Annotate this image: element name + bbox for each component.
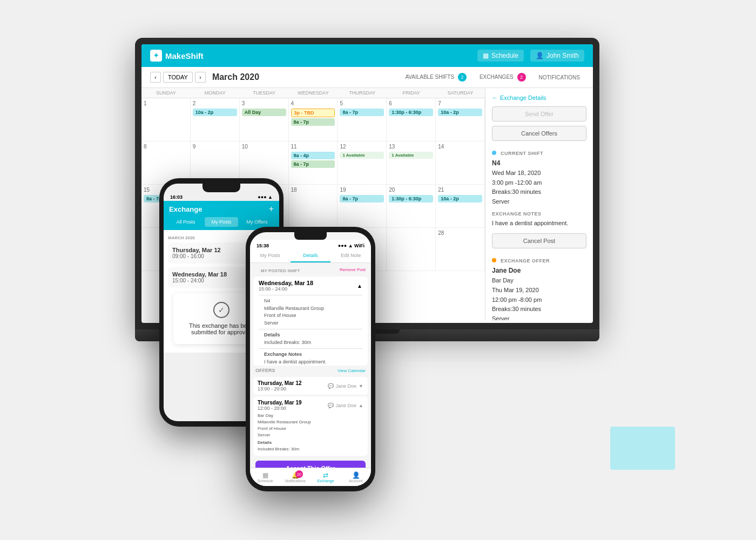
p2-nav-exchange[interactable]: ⇄ Exchange xyxy=(310,470,341,484)
send-offer-button[interactable]: Send Offer xyxy=(492,106,586,122)
remove-post-button[interactable]: Remove Post xyxy=(340,267,366,272)
p2-offer2[interactable]: Thursday, Mar 19 12:00 - 20:00 💬 Jane Do… xyxy=(253,396,368,456)
app-name: MakeShift xyxy=(165,51,204,60)
phone-left-tab-offers[interactable]: My Offers xyxy=(240,217,274,227)
cal-cell-13[interactable]: 131 Available xyxy=(387,141,436,185)
cal-cell-3[interactable]: 3All Day xyxy=(240,98,289,141)
exchanges-tab[interactable]: EXCHANGES 2 xyxy=(475,71,530,83)
phone-left-app-header: Exchange + xyxy=(164,201,279,217)
p2-collapse-icon[interactable]: ▲ xyxy=(357,283,362,289)
p2-offer1-person: 💬 Jane Doe ▼ xyxy=(328,383,363,389)
phone-right-status: 15:38 ●●● ▲ WiFi xyxy=(250,240,371,249)
cancel-offers-button[interactable]: Cancel Offers xyxy=(492,126,586,141)
phone-left-time: 16:03 xyxy=(170,194,183,200)
exchange-offer-info: Jane Doe Bar Day Thu Mar 19, 2020 12:00 … xyxy=(492,266,586,320)
cal-cell-2[interactable]: 210a - 2p xyxy=(191,98,240,141)
p2-nav-notifications[interactable]: 🔔 Notifications 20 xyxy=(280,470,310,484)
p2-nav-schedule[interactable]: ▦ Schedule xyxy=(250,470,280,484)
cal-cell-19[interactable]: 198a - 7p xyxy=(338,185,387,228)
p2-tab-my-posts[interactable]: My Posts xyxy=(250,249,291,262)
user-icon: 👤 xyxy=(536,52,544,59)
exchange-panel: ← Exchange Details Send Offer Cancel Off… xyxy=(485,88,593,320)
calendar-nav: ‹ TODAY › xyxy=(150,72,206,83)
user-nav[interactable]: 👤 John Smith xyxy=(530,50,584,62)
schedule-nav[interactable]: ▦ Schedule xyxy=(477,50,524,62)
cancel-post-button[interactable]: Cancel Post xyxy=(492,233,586,248)
p2-posted-shift-header: MY POSTED SHIFT Remove Post xyxy=(250,263,371,276)
available-shifts-tab[interactable]: AVAILABLE SHIFTS 2 xyxy=(401,71,471,83)
phone-right-nav: My Posts Details Edit Note xyxy=(250,249,371,263)
cal-cell-11[interactable]: 119a - 4p8a - 7p xyxy=(289,141,338,185)
schedule-icon: ▦ xyxy=(483,52,489,59)
day-header-thu: THURSDAY xyxy=(338,88,387,98)
accept-offer-button[interactable]: Accept This Offer xyxy=(255,461,366,468)
p2-nav-account[interactable]: 👤 Account xyxy=(341,470,371,484)
calendar-month: March 2020 xyxy=(212,72,259,82)
cal-cell-28[interactable]: 28 xyxy=(436,228,485,271)
offer-dot xyxy=(492,258,496,262)
current-shift-dot xyxy=(492,151,496,155)
day-header-mon: MONDAY xyxy=(191,88,240,98)
phone-right: 15:38 ●●● ▲ WiFi My Posts Details Edit N… xyxy=(246,227,375,491)
phone-left-notch xyxy=(202,184,240,192)
phone-right-frame: 15:38 ●●● ▲ WiFi My Posts Details Edit N… xyxy=(246,227,375,491)
cal-cell-21[interactable]: 2110a - 2p xyxy=(436,185,485,228)
p2-offer2-person: 💬 Jane Doe ▲ xyxy=(328,403,363,408)
teal-decoration xyxy=(610,427,675,470)
cal-cell-20[interactable]: 201:30p - 6:30p xyxy=(387,185,436,228)
phone-right-time: 15:38 xyxy=(256,243,269,248)
expand-icon: ▼ xyxy=(359,383,363,389)
p2-notes-section: Exchange Notes I have a dentist appointm… xyxy=(259,351,362,366)
phone-left-status: 16:03 ●●● ▲ xyxy=(164,192,279,201)
back-arrow-icon: ← xyxy=(492,94,498,101)
cal-cell-27[interactable] xyxy=(387,228,436,271)
account-icon: 👤 xyxy=(342,471,370,479)
cal-cell-7[interactable]: 710a - 2p xyxy=(436,98,485,141)
exchange-offer-label: EXCHANGE OFFER xyxy=(492,258,586,264)
header-nav: ▦ Schedule 👤 John Smith xyxy=(477,50,584,62)
p2-posted-shift-card: Wednesday, Mar 18 15:00 - 24:00 ▲ N4 Mil… xyxy=(253,276,368,366)
phone-left-tab-my-posts[interactable]: My Posts xyxy=(205,217,238,227)
p2-tab-edit-note[interactable]: Edit Note xyxy=(330,249,371,262)
notifications-tab[interactable]: NOTIFICATIONS xyxy=(535,73,584,82)
cal-cell-6[interactable]: 61:30p - 6:30p xyxy=(387,98,436,141)
p2-offers-header: OFFERS View Calendar xyxy=(250,366,371,375)
cal-cell-4[interactable]: 43p - TBD8a - 7p xyxy=(289,98,338,141)
cal-cell-18[interactable]: 18 xyxy=(289,185,338,228)
scene: ✦ MakeShift ▦ Schedule 👤 John Smith xyxy=(81,27,675,513)
today-button[interactable]: TODAY xyxy=(163,72,193,83)
phone-right-signal: ●●● ▲ WiFi xyxy=(338,243,364,248)
app-header: ✦ MakeShift ▦ Schedule 👤 John Smith xyxy=(141,44,593,67)
phone-right-notch xyxy=(294,232,327,240)
cal-cell-14[interactable]: 14 xyxy=(436,141,485,185)
current-shift-info: N4 Wed Mar 18, 2020 3:00 pm -12:00 am Br… xyxy=(492,158,586,207)
exchange-notes-label: EXCHANGE NOTES xyxy=(492,211,586,217)
day-header-tue: TUESDAY xyxy=(240,88,289,98)
phone-left-tab-all[interactable]: All Posts xyxy=(169,217,202,227)
logo-icon: ✦ xyxy=(150,50,162,62)
collapse2-icon: ▲ xyxy=(359,403,363,408)
day-header-sat: SATURDAY xyxy=(436,88,485,98)
next-month-button[interactable]: › xyxy=(195,72,206,83)
cal-cell-5[interactable]: 58a - 7p xyxy=(338,98,387,141)
p2-tab-details[interactable]: Details xyxy=(291,249,331,262)
calendar-toolbar: ‹ TODAY › March 2020 AVAILABLE SHIFTS 2 … xyxy=(141,67,593,88)
phone-left-add-icon[interactable]: + xyxy=(269,204,274,214)
cal-cell-1[interactable]: 1 xyxy=(141,98,191,141)
user-label: John Smith xyxy=(546,52,579,59)
cal-cell-12[interactable]: 121 Available xyxy=(338,141,387,185)
phone-left-signal: ●●● ▲ xyxy=(258,194,273,200)
view-calendar-link[interactable]: View Calendar xyxy=(338,368,366,373)
app-logo: ✦ MakeShift xyxy=(150,50,204,62)
notification-badge: 20 xyxy=(295,470,303,478)
day-header-fri: FRIDAY xyxy=(387,88,436,98)
p2-offer1[interactable]: Thursday, Mar 12 13:00 - 20:00 💬 Jane Do… xyxy=(253,377,368,395)
calendar-tabs: AVAILABLE SHIFTS 2 EXCHANGES 2 NOTIFICAT… xyxy=(401,71,584,83)
panel-back-button[interactable]: ← Exchange Details xyxy=(492,94,586,101)
p2-offer2-details: Bar Day Millarville Restaurant Group Fro… xyxy=(258,413,363,453)
prev-month-button[interactable]: ‹ xyxy=(150,72,161,83)
calendar-icon: ▦ xyxy=(251,471,279,479)
p2-shift-detail-section: Details Included Breaks: 30m xyxy=(259,332,362,346)
chat2-icon: 💬 xyxy=(328,403,334,408)
current-shift-label: CURRENT SHIFT xyxy=(492,151,586,156)
